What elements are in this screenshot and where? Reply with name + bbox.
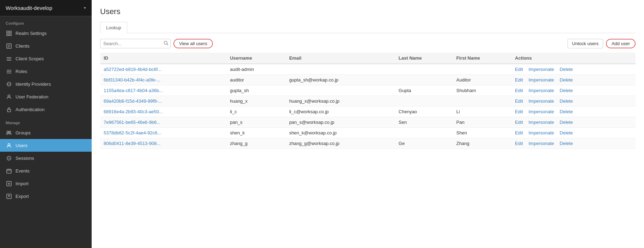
unlock-users-button[interactable]: Unlock users (568, 39, 603, 48)
edit-link[interactable]: Edit (515, 141, 523, 146)
cell-firstname: Shubham (453, 85, 512, 96)
sidebar-item-client-scopes[interactable]: Client Scopes (0, 52, 92, 65)
search-button[interactable] (164, 41, 168, 47)
sidebar-item-user-federation[interactable]: User Federation (0, 90, 92, 103)
cell-firstname: Pan (453, 117, 512, 128)
tab-lookup[interactable]: Lookup (100, 22, 127, 33)
cell-username: shen_k (226, 128, 286, 138)
impersonate-link[interactable]: Impersonate (529, 141, 554, 146)
sidebar-item-users[interactable]: Users (0, 139, 92, 152)
sidebar-item-label: Client Scopes (16, 56, 44, 61)
grid-icon (6, 30, 12, 36)
sidebar-item-sessions[interactable]: Sessions (0, 152, 92, 164)
delete-link[interactable]: Delete (560, 109, 573, 114)
impersonate-link[interactable]: Impersonate (529, 77, 554, 83)
impersonate-link[interactable]: Impersonate (529, 130, 554, 135)
sidebar-item-label: Sessions (16, 156, 34, 161)
cell-id[interactable]: 6bf31340-b42b-4f4c-a0fe-... (100, 75, 226, 85)
svg-rect-16 (7, 109, 11, 112)
sidebar-item-import[interactable]: Import (0, 177, 92, 190)
sidebar-item-label: Export (16, 194, 29, 199)
cell-actions: EditImpersonateDelete (511, 75, 636, 85)
delete-link[interactable]: Delete (560, 98, 573, 104)
cell-id[interactable]: 806d0411-8e39-4513-908... (100, 138, 226, 149)
sidebar-item-clients[interactable]: Clients (0, 40, 92, 52)
sidebar-item-label: Groups (16, 130, 31, 135)
cell-lastname (395, 64, 453, 75)
edit-link[interactable]: Edit (515, 120, 523, 125)
cell-email: li_c@worksap.co.jp (286, 107, 395, 117)
cell-email: pan_s@worksap.co.jp (286, 117, 395, 128)
table-row: 68916e4a-2b93-40c3-ae50...li_cli_c@works… (100, 107, 636, 117)
cell-firstname: Zhang (453, 138, 512, 149)
add-user-button[interactable]: Add user (606, 39, 636, 48)
impersonate-link[interactable]: Impersonate (529, 67, 554, 72)
col-lastname: Last Name (395, 53, 453, 64)
user-icon (6, 142, 12, 149)
app-name: Worksaudit-develop (6, 5, 52, 11)
edit-link[interactable]: Edit (515, 88, 523, 93)
cell-id[interactable]: 1155a4ea-c817-4b04-a36b... (100, 85, 226, 96)
cell-id[interactable]: 69a420b8-f15d-4349-99f9-... (100, 96, 226, 107)
identity-providers-icon (6, 81, 12, 87)
delete-link[interactable]: Delete (560, 88, 573, 93)
edit-link[interactable]: Edit (515, 109, 523, 114)
configure-section-label: Configure (0, 16, 92, 27)
page-title: Users (100, 7, 636, 16)
clients-icon (6, 43, 12, 49)
view-all-users-button[interactable]: View all users (173, 39, 213, 48)
table-row: 69a420b8-f15d-4349-99f9-...huang_xhuang_… (100, 96, 636, 107)
svg-point-18 (9, 131, 11, 133)
sidebar-item-label: Users (16, 143, 27, 148)
sidebar-item-groups[interactable]: Groups (0, 126, 92, 139)
tab-bar: Lookup (100, 22, 636, 33)
toolbar-right: Unlock users Add user (568, 39, 636, 48)
edit-link[interactable]: Edit (515, 98, 523, 104)
edit-link[interactable]: Edit (515, 77, 523, 83)
manage-section-label: Manage (0, 116, 92, 126)
table-row: 806d0411-8e39-4513-908...zhang_gzhang_g@… (100, 138, 636, 149)
delete-link[interactable]: Delete (560, 130, 573, 135)
delete-link[interactable]: Delete (560, 67, 573, 72)
sidebar-header[interactable]: Worksaudit-develop ▾ (0, 0, 92, 16)
delete-link[interactable]: Delete (560, 120, 573, 125)
col-actions: Actions (511, 53, 636, 64)
sidebar-item-label: User Federation (16, 94, 48, 99)
edit-link[interactable]: Edit (515, 130, 523, 135)
roles-icon (6, 68, 12, 74)
sidebar-item-label: Clients (16, 43, 30, 49)
cell-firstname: Li (453, 107, 512, 117)
cell-id[interactable]: a52722ed-b819-4b4d-bc6f... (100, 64, 226, 75)
sidebar-item-identity-providers[interactable]: Identity Providers (0, 78, 92, 90)
search-input[interactable] (100, 39, 171, 48)
lock-icon (6, 106, 12, 113)
cell-username: huang_x (226, 96, 286, 107)
delete-link[interactable]: Delete (560, 141, 573, 146)
user-federation-icon (6, 93, 12, 100)
sidebar-item-label: Identity Providers (16, 81, 51, 87)
edit-link[interactable]: Edit (515, 67, 523, 72)
cell-id[interactable]: 5378db82-5c2f-4ae4-92c6... (100, 128, 226, 138)
sidebar-item-export[interactable]: Export (0, 190, 92, 202)
cell-actions: EditImpersonateDelete (511, 128, 636, 138)
impersonate-link[interactable]: Impersonate (529, 98, 554, 104)
svg-rect-22 (7, 169, 11, 173)
impersonate-link[interactable]: Impersonate (529, 120, 554, 125)
cell-id[interactable]: 68916e4a-2b93-40c3-ae50... (100, 107, 226, 117)
sidebar-item-authentication[interactable]: Authentication (0, 103, 92, 116)
impersonate-link[interactable]: Impersonate (529, 109, 554, 114)
delete-link[interactable]: Delete (560, 77, 573, 83)
sidebar-item-roles[interactable]: Roles (0, 65, 92, 78)
search-wrapper (100, 39, 171, 48)
sidebar-item-realm-settings[interactable]: Realm Settings (0, 27, 92, 40)
cell-email: zhang_g@worksap.co.jp (286, 138, 395, 149)
table-header-row: ID Username Email Last Name First Name A… (100, 53, 636, 64)
cell-id[interactable]: 7e967561-be65-46e6-9b6... (100, 117, 226, 128)
impersonate-link[interactable]: Impersonate (529, 88, 554, 93)
svg-rect-3 (10, 34, 11, 36)
client-scopes-icon (6, 55, 12, 62)
col-email: Email (286, 53, 395, 64)
sidebar-item-events[interactable]: Events (0, 164, 92, 177)
cell-email: shen_k@worksap.co.jp (286, 128, 395, 138)
svg-rect-1 (10, 31, 11, 33)
